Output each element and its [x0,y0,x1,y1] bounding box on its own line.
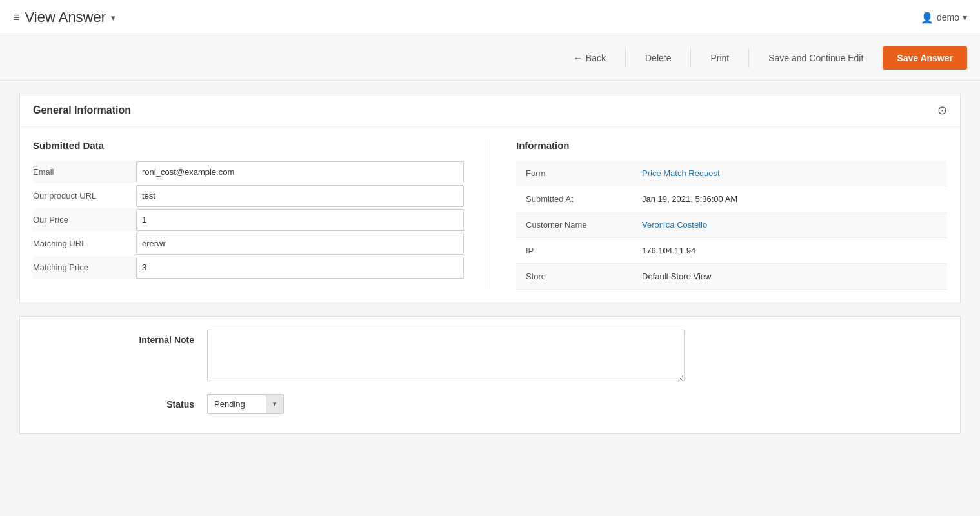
status-label: Status [39,399,207,410]
info-value: Jan 19, 2021, 5:36:00 AM [632,186,947,212]
info-table-row: FormPrice Match Request [516,161,947,186]
info-value[interactable]: Price Match Request [632,161,947,186]
save-continue-button[interactable]: Save and Continue Edit [762,48,870,68]
toolbar: ← Back Delete Print Save and Continue Ed… [0,35,980,81]
info-table-row: IP176.104.11.94 [516,238,947,264]
info-label: IP [516,238,632,264]
toolbar-divider-1 [625,48,626,68]
submitted-data-col: Submitted Data EmailOur product URLOur P… [33,140,490,280]
general-information-section: General Information ⊙ Submitted Data Ema… [19,94,961,303]
field-value[interactable] [136,161,464,183]
user-icon: 👤 [921,12,934,24]
field-value[interactable] [136,209,464,231]
info-label: Submitted At [516,186,632,212]
field-label: Our product URL [33,184,136,207]
section-toggle-icon[interactable]: ⊙ [937,103,947,117]
hamburger-icon[interactable]: ≡ [13,11,20,25]
print-button[interactable]: Print [704,48,735,68]
back-button[interactable]: ← Back [567,48,612,68]
save-answer-label: Save Answer [897,53,953,63]
info-table-row: Customer NameVeronica Costello [516,212,947,238]
save-continue-label: Save and Continue Edit [768,53,863,63]
submitted-data-title: Submitted Data [33,140,464,151]
info-value-link[interactable]: Price Match Request [642,168,720,178]
user-dropdown-arrow: ▾ [963,12,967,23]
info-label: Store [516,264,632,290]
print-label: Print [710,53,729,63]
field-value[interactable] [136,257,464,279]
top-nav: ≡ View Answer ▾ 👤 demo ▾ [0,0,980,35]
info-label: Customer Name [516,212,632,238]
toolbar-divider-3 [748,48,749,68]
submitted-data-rows: EmailOur product URLOur PriceMatching UR… [33,161,464,279]
toolbar-divider-2 [690,48,691,68]
internal-note-label: Internal Note [39,330,207,345]
delete-label: Delete [645,53,671,63]
info-table-row: StoreDefault Store View [516,264,947,290]
nav-title-group: ≡ View Answer ▾ [13,9,115,26]
field-label: Email [33,161,136,183]
page-title: View Answer [25,9,106,26]
field-value[interactable] [136,233,464,255]
info-table-row: Submitted AtJan 19, 2021, 5:36:00 AM [516,186,947,212]
field-label: Matching URL [33,232,136,255]
info-value: Default Store View [632,264,947,290]
status-select-wrap: PendingAnsweredClosed ▾ [207,394,284,414]
delete-button[interactable]: Delete [639,48,677,68]
internal-note-textarea[interactable] [207,330,685,381]
status-dropdown-button[interactable]: ▾ [266,395,283,413]
field-label: Matching Price [33,256,136,279]
info-table: FormPrice Match RequestSubmitted AtJan 1… [516,161,947,290]
main-content: General Information ⊙ Submitted Data Ema… [0,81,980,460]
title-dropdown-arrow[interactable]: ▾ [111,13,115,23]
submitted-data-row: Our Price [33,208,464,231]
info-label: Form [516,161,632,186]
user-menu[interactable]: 👤 demo ▾ [921,12,967,24]
field-value[interactable] [136,185,464,207]
field-label: Our Price [33,208,136,231]
section-title: General Information [33,104,131,116]
information-title: Information [516,140,947,151]
section-header[interactable]: General Information ⊙ [20,94,960,127]
submitted-data-row: Our product URL [33,184,464,207]
status-select[interactable]: PendingAnsweredClosed [208,395,266,413]
internal-note-section: Internal Note Status PendingAnsweredClos… [19,316,961,434]
submitted-data-row: Email [33,161,464,183]
submitted-data-row: Matching URL [33,232,464,255]
information-col: Information FormPrice Match RequestSubmi… [490,140,947,290]
submitted-data-row: Matching Price [33,256,464,279]
status-row: Status PendingAnsweredClosed ▾ [39,394,941,414]
save-answer-button[interactable]: Save Answer [883,46,967,70]
info-value[interactable]: Veronica Costello [632,212,947,238]
back-arrow-icon: ← [574,53,583,63]
user-name: demo [937,12,959,23]
two-col-layout: Submitted Data EmailOur product URLOur P… [20,127,960,303]
info-value: 176.104.11.94 [632,238,947,264]
info-value-link[interactable]: Veronica Costello [642,220,707,230]
internal-note-row: Internal Note [39,330,941,381]
back-label: Back [586,53,606,63]
